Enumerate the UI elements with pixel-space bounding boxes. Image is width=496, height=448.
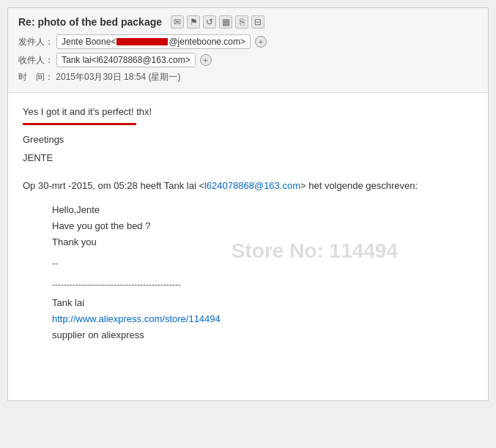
quoted-line3: Thank you <box>52 234 473 250</box>
forwarded-intro-part1: Op 30-mrt -2015, om 05:28 heeft Tank lai… <box>23 180 204 191</box>
sig-name: Tank lai <box>52 295 473 311</box>
toolbar-icon-refresh[interactable]: ↺ <box>203 15 216 29</box>
greeting2: JENTE <box>23 151 473 166</box>
dashes-line: ----------------------------------------… <box>52 277 473 292</box>
from-row: 发件人： Jente Boone<@jenteboone.com> + <box>18 34 478 49</box>
quoted-line1: Hello,Jente <box>52 202 473 218</box>
to-address: Tank lai<l624078868@163.com> <box>62 55 190 65</box>
forwarded-email-link[interactable]: l624078868@163.com <box>204 180 300 191</box>
from-address-badge: Jente Boone<@jenteboone.com> <box>56 34 251 49</box>
quoted-line2: Have you got the bed ? <box>52 218 473 234</box>
redacted-email <box>116 38 168 45</box>
toolbar-icon-reply[interactable]: ✉ <box>171 15 184 29</box>
email-container: Re: photo of the bed package ✉ ⚑ ↺ ▦ ⎘ ⊟… <box>7 7 489 401</box>
forwarded-section: Op 30-mrt -2015, om 05:28 heeft Tank lai… <box>23 179 473 343</box>
date-row: 时 间： 2015年03月30日 18:54 (星期一) <box>18 71 478 83</box>
greeting-block: Greetings JENTE <box>23 132 473 166</box>
toolbar-icon-grid[interactable]: ▦ <box>219 15 232 29</box>
toolbar-icon-menu[interactable]: ⊟ <box>251 15 264 29</box>
to-label: 收件人： <box>18 54 53 67</box>
date-label: 时 间： <box>18 72 53 82</box>
sig-description: supplier on aliexpress <box>52 327 473 343</box>
sig-link-wrapper: http://www.aliexpress.com/store/114494 <box>52 311 473 327</box>
email-subject: Re: photo of the bed package <box>18 16 162 28</box>
to-address-badge: Tank lai<l624078868@163.com> <box>56 53 196 67</box>
toolbar-icon-flag[interactable]: ⚑ <box>187 15 200 29</box>
forwarded-intro: Op 30-mrt -2015, om 05:28 heeft Tank lai… <box>23 179 473 193</box>
body-line1: Yes I got it and it's perfect! thx! <box>23 105 473 120</box>
email-header: Re: photo of the bed package ✉ ⚑ ↺ ▦ ⎘ ⊟… <box>8 8 488 93</box>
from-name: Jente Boone< <box>62 37 116 47</box>
greeting1: Greetings <box>23 132 473 148</box>
toolbar-icons: ✉ ⚑ ↺ ▦ ⎘ ⊟ <box>171 15 264 29</box>
quoted-message: Hello,Jente Have you got the bed ? Thank… <box>52 202 473 250</box>
toolbar-icon-copy[interactable]: ⎘ <box>235 15 248 29</box>
subject-row: Re: photo of the bed package ✉ ⚑ ↺ ▦ ⎘ ⊟ <box>18 15 478 29</box>
signature-block: -- -------------------------------------… <box>52 256 473 343</box>
from-add-button[interactable]: + <box>255 36 267 48</box>
from-email-suffix: @jenteboone.com> <box>169 37 245 47</box>
sig-link[interactable]: http://www.aliexpress.com/store/114494 <box>52 313 221 324</box>
from-label: 发件人： <box>18 36 53 48</box>
email-body: Store No: 114494 Yes I got it and it's p… <box>8 93 488 400</box>
to-add-button[interactable]: + <box>200 54 212 66</box>
separator-dashes: -- <box>52 256 473 271</box>
forwarded-intro-part2: > het volgende geschreven: <box>300 180 418 191</box>
to-row: 收件人： Tank lai<l624078868@163.com> + <box>18 53 478 67</box>
red-underline <box>23 123 136 125</box>
date-value: 2015年03月30日 18:54 (星期一) <box>56 72 180 82</box>
